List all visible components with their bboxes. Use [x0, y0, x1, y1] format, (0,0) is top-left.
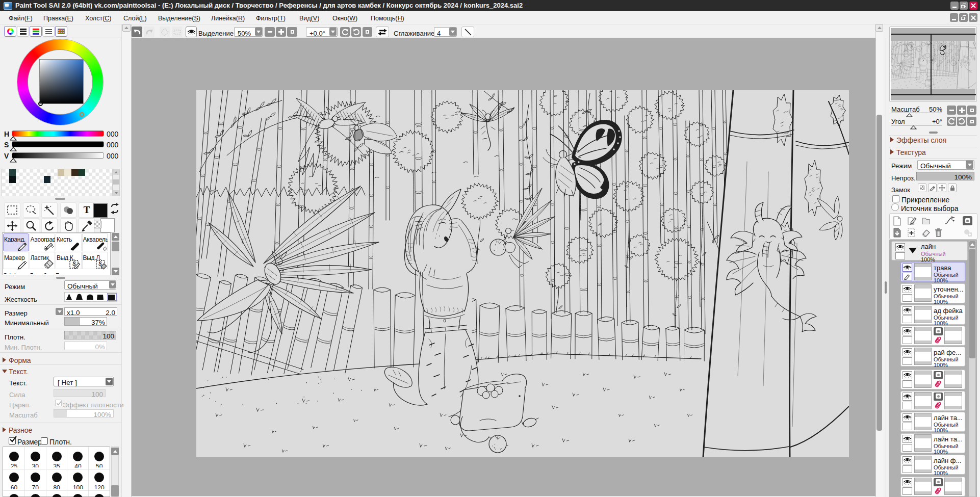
svg-text:T: T	[84, 205, 90, 215]
